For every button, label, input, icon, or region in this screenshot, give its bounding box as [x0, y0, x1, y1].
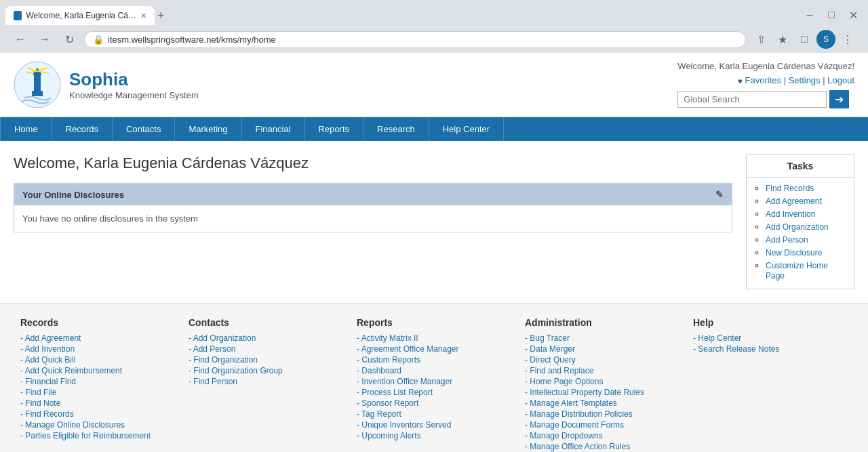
back-button[interactable]: ←	[11, 30, 30, 49]
footer-link-bug-tracer[interactable]: - Bug Tracer	[525, 333, 679, 343]
menu-button[interactable]: ⋮	[838, 30, 857, 49]
footer-link-find-file[interactable]: - Find File	[20, 388, 175, 397]
maximize-button[interactable]: □	[822, 5, 841, 24]
heart-icon: ♥	[738, 77, 743, 86]
task-new-disclosure[interactable]: New Disclosure	[766, 248, 822, 258]
page-wrapper: Sophia Knowledge Management System Welco…	[0, 53, 868, 452]
footer-link-financial-find[interactable]: - Financial Find	[20, 377, 175, 386]
footer-link-search-release-notes[interactable]: - Search Release Notes	[693, 344, 848, 354]
nav-records[interactable]: Records	[52, 117, 113, 141]
footer-link-manage-alert-templates[interactable]: - Manage Alert Templates	[525, 398, 679, 408]
footer-link-direct-query[interactable]: - Direct Query	[525, 355, 679, 365]
share-button[interactable]: ⇧	[751, 30, 770, 49]
footer-link-ip-date-rules[interactable]: - Intellectual Property Date Rules	[525, 388, 679, 397]
search-input[interactable]	[677, 91, 827, 108]
favorites-link[interactable]: Favorites	[745, 75, 781, 85]
footer-contacts-heading: Contacts	[189, 317, 343, 328]
browser-tab-active[interactable]: Welcome, Karla Eugenia Cárden... ×	[5, 6, 155, 25]
nav-home[interactable]: Home	[0, 117, 52, 141]
footer-administration-heading: Administration	[525, 317, 679, 328]
logo-icon	[14, 61, 61, 108]
footer-link-manage-dropdowns[interactable]: - Manage Dropdowns	[525, 431, 679, 440]
footer-link-manage-online-disclosures[interactable]: - Manage Online Disclosures	[20, 420, 175, 430]
header-right: Welcome, Karla Eugenia Cárdenas Vázquez!…	[677, 61, 854, 108]
footer-link-invention-office-manager[interactable]: - Invention Office Manager	[357, 377, 511, 386]
footer-link-help-center[interactable]: - Help Center	[693, 333, 848, 343]
footer-link-find-note[interactable]: - Find Note	[20, 398, 175, 408]
footer-link-tag-report[interactable]: - Tag Report	[357, 409, 511, 419]
nav-financial[interactable]: Financial	[242, 117, 305, 141]
footer-link-manage-document-forms[interactable]: - Manage Document Forms	[525, 420, 679, 430]
footer-link-home-page-options[interactable]: - Home Page Options	[525, 377, 679, 386]
nav-contacts[interactable]: Contacts	[113, 117, 175, 141]
footer-link-add-person[interactable]: - Add Person	[189, 344, 343, 354]
footer-records-heading: Records	[20, 317, 175, 328]
search-button[interactable]: ➔	[829, 90, 849, 108]
tasks-header: Tasks	[747, 155, 854, 178]
footer-link-add-agreement[interactable]: - Add Agreement	[20, 333, 175, 343]
browser-chrome: Welcome, Karla Eugenia Cárden... × + – □…	[0, 0, 868, 53]
logo-area: Sophia Knowledge Management System	[14, 61, 199, 108]
welcome-message: Welcome, Karla Eugenia Cárdenas Vázquez!	[677, 61, 854, 71]
reload-button[interactable]: ↻	[60, 30, 79, 49]
edit-icon[interactable]: ✎	[715, 189, 724, 200]
nav-reports[interactable]: Reports	[305, 117, 364, 141]
footer-link-parties-eligible[interactable]: - Parties Eligible for Reimbursement	[20, 431, 175, 440]
footer-link-data-merger[interactable]: - Data Merger	[525, 344, 679, 354]
nav-help-center[interactable]: Help Center	[429, 117, 504, 141]
footer-link-add-invention[interactable]: - Add Invention	[20, 344, 175, 354]
url-text: itesm.wellspringsoftware.net/kms/my/home	[108, 35, 737, 45]
task-customize-home-page[interactable]: Customize Home Page	[766, 261, 828, 281]
task-add-organization[interactable]: Add Organization	[766, 222, 829, 232]
tab-close-button[interactable]: ×	[141, 10, 146, 21]
footer-link-process-list-report[interactable]: - Process List Report	[357, 388, 511, 397]
minimize-button[interactable]: –	[800, 5, 819, 24]
lock-icon: 🔒	[93, 35, 104, 45]
footer-link-add-quick-bill[interactable]: - Add Quick Bill	[20, 355, 175, 365]
footer-link-custom-reports[interactable]: - Custom Reports	[357, 355, 511, 365]
task-find-records[interactable]: Find Records	[766, 184, 814, 193]
footer-link-upcoming-alerts[interactable]: - Upcoming Alerts	[357, 431, 511, 440]
footer-link-find-and-replace[interactable]: - Find and Replace	[525, 366, 679, 375]
nav-research[interactable]: Research	[363, 117, 429, 141]
footer-link-activity-matrix[interactable]: - Activity Matrix II	[357, 333, 511, 343]
nav-marketing[interactable]: Marketing	[175, 117, 241, 141]
footer-link-manage-office-action-rules[interactable]: - Manage Office Action Rules	[525, 442, 679, 451]
settings-link[interactable]: Settings	[789, 75, 821, 85]
profile-button[interactable]: S	[816, 30, 835, 49]
footer-link-add-quick-reimbursement[interactable]: - Add Quick Reimbursement	[20, 366, 175, 375]
logo-text-area: Sophia Knowledge Management System	[69, 69, 199, 100]
task-add-agreement[interactable]: Add Agreement	[766, 197, 822, 206]
footer-link-find-records[interactable]: - Find Records	[20, 409, 175, 419]
disclosures-body: You have no online disclosures in the sy…	[14, 205, 732, 232]
footer-reports: Reports - Activity Matrix II - Agreement…	[350, 317, 518, 452]
footer-reports-heading: Reports	[357, 317, 511, 328]
footer-link-dashboard[interactable]: - Dashboard	[357, 366, 511, 375]
footer-link-find-person[interactable]: - Find Person	[189, 377, 343, 386]
logout-link[interactable]: Logout	[827, 75, 854, 85]
footer-link-unique-inventors[interactable]: - Unique Inventors Served	[357, 420, 511, 430]
sidebar-button[interactable]: □	[795, 30, 814, 49]
footer-link-find-organization-group[interactable]: - Find Organization Group	[189, 366, 343, 375]
footer-link-agreement-office-manager[interactable]: - Agreement Office Manager	[357, 344, 511, 354]
site-name: Sophia	[69, 69, 199, 90]
forward-button[interactable]: →	[35, 30, 54, 49]
footer-link-add-organization[interactable]: - Add Organization	[189, 333, 343, 343]
main-navigation: Home Records Contacts Marketing Financia…	[0, 117, 868, 141]
disclosures-message: You have no online disclosures in the sy…	[22, 213, 198, 224]
footer-help-heading: Help	[693, 317, 848, 328]
bookmark-button[interactable]: ★	[773, 30, 792, 49]
footer-link-sponsor-report[interactable]: - Sponsor Report	[357, 398, 511, 408]
tasks-body: Find Records Add Agreement Add Invention…	[747, 178, 854, 289]
search-arrow-icon: ➔	[835, 93, 844, 106]
footer-link-find-organization[interactable]: - Find Organization	[189, 355, 343, 365]
task-add-person[interactable]: Add Person	[766, 235, 808, 245]
footer-link-manage-distribution-policies[interactable]: - Manage Distribution Policies	[525, 409, 679, 419]
close-window-button[interactable]: ✕	[844, 5, 863, 24]
new-tab-button[interactable]: +	[157, 9, 165, 23]
content-left: Welcome, Karla Eugenia Cárdenas Vázquez …	[14, 155, 732, 289]
task-add-invention[interactable]: Add Invention	[766, 209, 815, 219]
main-content: Welcome, Karla Eugenia Cárdenas Vázquez …	[0, 141, 868, 303]
footer-grid: Records - Add Agreement - Add Invention …	[0, 303, 868, 452]
url-bar[interactable]: 🔒 itesm.wellspringsoftware.net/kms/my/ho…	[84, 31, 746, 48]
